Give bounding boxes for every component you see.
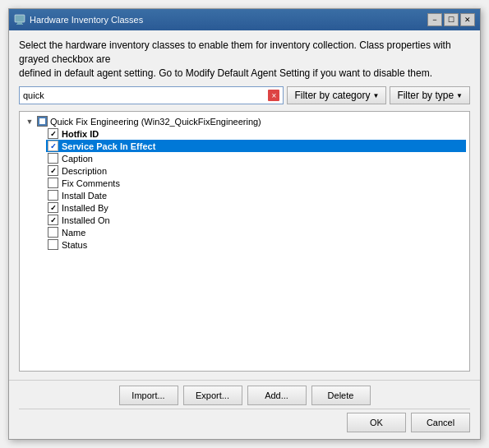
window-title: Hardware Inventory Classes (30, 15, 143, 25)
tree-group-header[interactable]: ▼ Quick Fix Engineering (Win32_QuickFixE… (23, 115, 466, 127)
item-label: Service Pack In Effect (62, 141, 155, 151)
item-checkbox[interactable] (48, 239, 58, 250)
item-checkbox[interactable] (48, 202, 58, 213)
tree-item[interactable]: Caption (46, 152, 466, 164)
chevron-down-icon: ▼ (456, 92, 463, 99)
tree-item[interactable]: Installed By (46, 201, 466, 214)
main-window: Hardware Inventory Classes − ☐ ✕ Select … (8, 8, 481, 440)
chevron-down-icon: ▼ (372, 92, 379, 99)
export-button[interactable]: Export... (183, 386, 242, 405)
cancel-button[interactable]: Cancel (411, 413, 470, 432)
search-input[interactable] (23, 90, 268, 100)
item-label: Install Date (62, 191, 107, 201)
import-button[interactable]: Import... (119, 386, 178, 405)
item-checkbox[interactable] (48, 141, 58, 151)
tree-items: Hotfix IDService Pack In EffectCaptionDe… (46, 127, 466, 251)
item-checkbox[interactable] (48, 178, 58, 188)
item-checkbox[interactable] (48, 128, 58, 139)
item-checkbox[interactable] (48, 190, 58, 201)
item-label: Installed On (62, 215, 110, 225)
tree-item[interactable]: Hotfix ID (46, 127, 466, 140)
svg-rect-1 (17, 22, 22, 24)
minimize-button[interactable]: − (427, 13, 442, 26)
add-button[interactable]: Add... (247, 386, 307, 405)
search-clear-button[interactable]: × (268, 90, 279, 101)
description-text: Select the hardware inventory classes to… (19, 39, 470, 80)
svg-rect-2 (16, 24, 23, 25)
svg-rect-0 (15, 15, 25, 22)
title-bar-left: Hardware Inventory Classes (14, 14, 143, 25)
item-checkbox[interactable] (48, 165, 58, 176)
maximize-button[interactable]: ☐ (444, 13, 459, 26)
computer-icon (14, 14, 25, 25)
delete-button[interactable]: Delete (311, 386, 371, 405)
action-buttons: Import... Export... Add... Delete (9, 380, 480, 409)
item-checkbox[interactable] (48, 153, 58, 164)
item-label: Description (62, 166, 107, 176)
parent-checkbox[interactable] (37, 116, 48, 127)
item-label: Name (62, 228, 85, 238)
collapse-icon: ▼ (25, 117, 35, 127)
close-button[interactable]: ✕ (460, 13, 475, 26)
title-bar: Hardware Inventory Classes − ☐ ✕ (9, 9, 480, 30)
filter-by-type-button[interactable]: Filter by type ▼ (390, 86, 470, 104)
tree-group: ▼ Quick Fix Engineering (Win32_QuickFixE… (23, 115, 466, 251)
content-area: Select the hardware inventory classes to… (9, 30, 480, 380)
tree-item[interactable]: Fix Comments (46, 177, 466, 189)
item-label: Hotfix ID (62, 129, 99, 139)
tree-area[interactable]: ▼ Quick Fix Engineering (Win32_QuickFixE… (19, 111, 470, 372)
ok-cancel-row: OK Cancel (9, 409, 480, 439)
tree-item[interactable]: Status (46, 238, 466, 251)
tree-item[interactable]: Install Date (46, 189, 466, 201)
item-label: Installed By (62, 203, 108, 213)
group-label: Quick Fix Engineering (Win32_QuickFixEng… (50, 117, 261, 127)
item-label: Status (62, 240, 87, 250)
item-label: Fix Comments (62, 178, 120, 188)
search-box: × (19, 86, 284, 104)
tree-item[interactable]: Installed On (46, 214, 466, 226)
item-label: Caption (62, 154, 93, 164)
search-row: × Filter by category ▼ Filter by type ▼ (19, 86, 470, 104)
tree-item[interactable]: Name (46, 226, 466, 238)
title-buttons: − ☐ ✕ (427, 13, 475, 26)
item-checkbox[interactable] (48, 227, 58, 238)
ok-button[interactable]: OK (347, 413, 406, 432)
tree-item[interactable]: Service Pack In Effect (46, 140, 466, 152)
filter-by-category-button[interactable]: Filter by category ▼ (287, 86, 386, 104)
item-checkbox[interactable] (48, 215, 58, 225)
tree-item[interactable]: Description (46, 164, 466, 177)
